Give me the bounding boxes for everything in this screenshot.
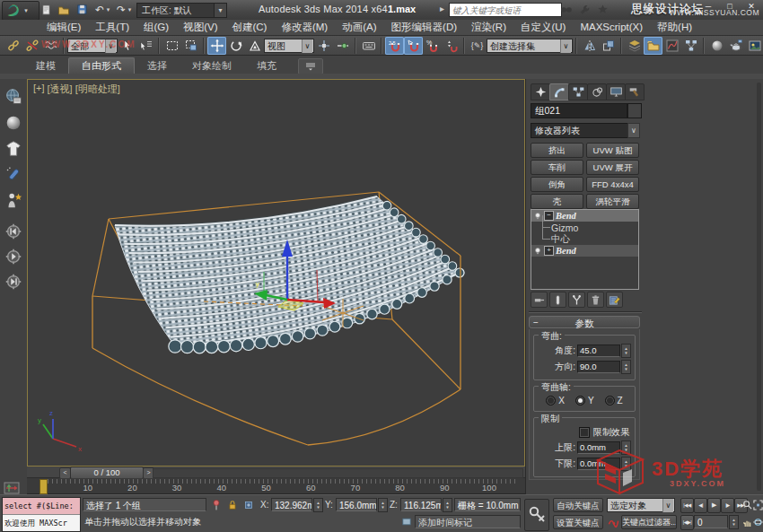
bind-to-space-warp-icon[interactable] xyxy=(41,37,60,55)
keyframe-key-icon[interactable] xyxy=(524,499,549,531)
viewport-menu-general[interactable]: [+] xyxy=(32,83,46,96)
ribbon-tab-populate[interactable]: 填充 xyxy=(244,57,289,74)
rollout-collapse-icon[interactable]: − xyxy=(533,317,539,329)
keyboard-shortcut-override-icon[interactable] xyxy=(359,37,378,55)
time-slider-handle[interactable]: 0 / 100 xyxy=(70,467,144,479)
menu-views[interactable]: 视图(V) xyxy=(176,20,224,35)
curve-editor-icon[interactable] xyxy=(662,37,681,55)
menu-create[interactable]: 创建(C) xyxy=(224,20,274,35)
select-and-link-icon[interactable] xyxy=(4,37,22,55)
render-setup-icon[interactable] xyxy=(726,37,745,55)
viewport-scene[interactable]: yxyz xyxy=(28,80,524,466)
zoom-extents-icon[interactable] xyxy=(752,498,763,511)
search-icon[interactable] xyxy=(558,2,574,17)
tab-modify[interactable] xyxy=(549,83,569,100)
conform-play-icon[interactable] xyxy=(2,245,25,268)
tab-create[interactable] xyxy=(531,83,550,100)
y-spinner[interactable] xyxy=(378,498,388,512)
key-filters-button[interactable]: 关键点过滤器... xyxy=(621,515,677,529)
listener-script-line[interactable]: 欢迎使用 MAXScr xyxy=(3,515,80,531)
rectangular-selection-region-icon[interactable] xyxy=(162,37,181,55)
current-frame-field[interactable]: 0 xyxy=(694,515,728,528)
select-and-manipulate-icon[interactable] xyxy=(333,37,352,55)
isolate-pin-icon[interactable] xyxy=(212,498,221,511)
key-mode-toggle[interactable]: |◀▶| xyxy=(680,515,694,530)
menu-graph-editors[interactable]: 图形编辑器(D) xyxy=(384,20,464,35)
select-by-name-icon[interactable] xyxy=(136,37,155,55)
unlink-selection-icon[interactable] xyxy=(22,37,41,55)
stack-row-center[interactable]: 中心 xyxy=(531,233,638,245)
viewport-menu-shading[interactable]: [明暗处理] xyxy=(75,83,121,96)
listener-macro-line[interactable]: select #($Line: xyxy=(3,498,80,515)
workspace-selector[interactable]: 工作区: 默认 xyxy=(136,3,218,18)
viewport-menu-pov[interactable]: [透视] xyxy=(47,83,74,96)
go-to-start-button[interactable]: |◀◀ xyxy=(680,498,694,513)
button-uvw-map[interactable]: UVW 贴图 xyxy=(586,143,639,158)
tab-hierarchy[interactable] xyxy=(568,83,588,100)
polydraw-scene-icon[interactable] xyxy=(2,85,25,109)
align-icon[interactable] xyxy=(599,37,618,55)
ribbon-tab-freeform[interactable]: 自由形式 xyxy=(68,57,135,74)
edit-named-selection-sets-icon[interactable]: {✎} xyxy=(468,37,487,55)
make-unique-icon[interactable] xyxy=(568,292,585,308)
ribbon-tab-modeling[interactable]: 建模 xyxy=(23,57,68,74)
configure-modifier-sets-icon[interactable] xyxy=(606,292,623,308)
set-key-button[interactable]: 设置关键点 xyxy=(553,515,603,529)
upper-limit-spinner[interactable] xyxy=(621,440,631,455)
button-bevel[interactable]: 倒角 xyxy=(531,177,583,192)
search-input[interactable] xyxy=(449,3,562,17)
reference-coordinate-dropdown[interactable]: 视图 xyxy=(264,39,314,53)
graphite-ribbon-toggle-icon[interactable] xyxy=(644,37,662,55)
snap-toggle-25-icon[interactable]: 2.5 xyxy=(385,37,404,55)
percent-snap-toggle-icon[interactable]: % xyxy=(423,37,442,55)
spinner-snap-toggle-icon[interactable] xyxy=(442,37,460,55)
mini-curve-editor-icon[interactable] xyxy=(2,481,22,495)
button-ffd-4x4x4[interactable]: FFD 4x4x4 xyxy=(586,177,639,192)
upper-limit-field[interactable]: 0.0mm xyxy=(577,441,620,454)
use-pivot-center-icon[interactable] xyxy=(314,37,333,55)
zoom-icon[interactable] xyxy=(741,498,752,511)
auto-key-button[interactable]: 自动关键点 xyxy=(553,498,603,512)
lower-limit-field[interactable]: 0.0mm xyxy=(577,458,620,470)
ribbon-tab-selection[interactable]: 选择 xyxy=(135,57,180,74)
y-coordinate-field[interactable]: 156.0mm xyxy=(336,498,377,511)
perspective-viewport[interactable]: [+] [透视] [明暗处理] yxyz xyxy=(27,79,525,467)
x-coordinate-field[interactable]: 132.962mm xyxy=(271,498,312,511)
pan-hand-icon[interactable] xyxy=(741,515,752,528)
populate-creature-icon[interactable] xyxy=(2,189,25,213)
button-extrude[interactable]: 挤出 xyxy=(531,143,583,158)
minimize-button[interactable]: ─ xyxy=(700,0,716,13)
orbit-icon[interactable] xyxy=(752,515,763,528)
show-end-result-icon[interactable] xyxy=(549,292,566,308)
tab-display[interactable] xyxy=(606,83,626,100)
layer-manager-icon[interactable] xyxy=(625,37,644,55)
conform-rewind-icon[interactable] xyxy=(2,220,25,243)
axis-y-radio[interactable]: Y xyxy=(575,396,594,406)
limit-effect-checkbox[interactable] xyxy=(579,427,590,438)
next-frame-button[interactable]: |▶ xyxy=(721,498,734,513)
ribbon-minimize-button[interactable] xyxy=(298,58,323,74)
absolute-mode-transform-icon[interactable] xyxy=(244,498,253,511)
axis-z-radio[interactable]: Z xyxy=(605,396,623,406)
window-crossing-icon[interactable] xyxy=(181,37,200,55)
menu-modifiers[interactable]: 修改器(M) xyxy=(274,20,335,35)
favorites-icon[interactable] xyxy=(594,2,610,17)
infocenter-caret-icon[interactable]: ▸ xyxy=(440,4,444,13)
button-turbosmooth[interactable]: 涡轮平滑 xyxy=(586,194,639,209)
current-frame-marker[interactable] xyxy=(39,479,48,494)
select-and-move-icon[interactable] xyxy=(207,37,226,55)
button-lathe[interactable]: 车削 xyxy=(531,160,583,175)
z-coordinate-field[interactable]: 116.125mm xyxy=(400,498,442,511)
bulb-icon[interactable] xyxy=(533,246,542,257)
ribbon-tab-object-paint[interactable]: 对象绘制 xyxy=(180,57,244,74)
axis-x-radio[interactable]: X xyxy=(546,396,565,406)
object-color-swatch[interactable] xyxy=(627,103,642,118)
cloth-shirt-icon[interactable] xyxy=(2,137,25,161)
open-file-button[interactable] xyxy=(56,2,72,17)
set-keys-curve-icon[interactable] xyxy=(607,515,619,528)
lower-limit-spinner[interactable] xyxy=(621,457,631,471)
save-file-button[interactable] xyxy=(74,2,90,17)
menu-tools[interactable]: 工具(T) xyxy=(88,20,136,35)
menu-edit[interactable]: 编辑(E) xyxy=(39,20,88,35)
menu-customize[interactable]: 自定义(U) xyxy=(513,20,573,35)
